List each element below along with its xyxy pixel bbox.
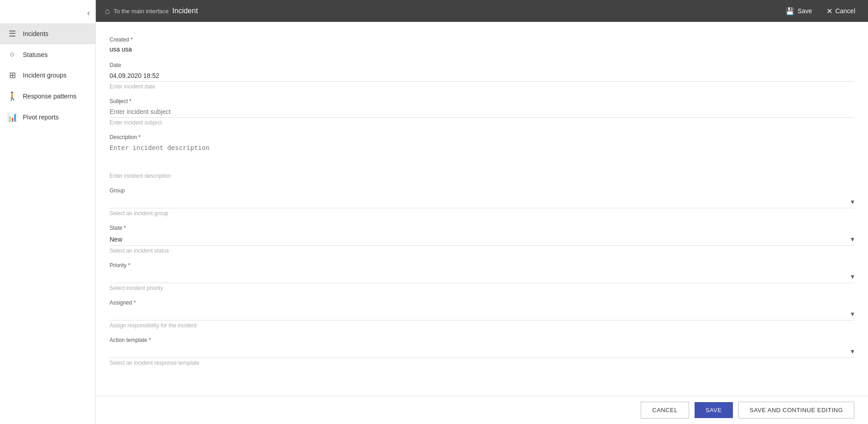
home-icon[interactable]: ⌂ (105, 6, 110, 16)
chevron-down-icon: ▾ (851, 197, 854, 206)
priority-section: Priority * ▾ Select incident priority (110, 257, 854, 294)
statuses-icon: ○ (7, 50, 17, 59)
page-title: Incident (173, 7, 198, 15)
save-label: Save (797, 7, 812, 15)
sidebar-item-statuses[interactable]: ○ Statuses (0, 44, 95, 65)
action-template-select[interactable] (110, 348, 851, 355)
subject-section: Subject * Enter incident subject (110, 93, 854, 129)
topbar-nav: ⌂ To the main interface Incident (105, 6, 782, 16)
chevron-down-icon: ▾ (851, 235, 854, 243)
priority-select[interactable] (110, 273, 851, 280)
assigned-hint: Assign responsibility for the incident (110, 321, 854, 330)
date-label: Date (110, 62, 854, 68)
group-select[interactable] (110, 198, 851, 206)
chevron-down-icon: ▾ (851, 310, 854, 318)
sidebar-item-label: Incidents (23, 30, 48, 37)
save-button[interactable]: 💾 Save (782, 5, 816, 17)
sidebar-item-label: Incident groups (23, 72, 67, 79)
assigned-section: Assigned * ▾ Assign responsibility for t… (110, 294, 854, 331)
topbar-actions: 💾 Save ✕ Cancel (782, 5, 859, 17)
sidebar-item-label: Statuses (23, 51, 47, 58)
collapse-icon: ‹ (87, 8, 90, 18)
subject-hint: Enter incident subject (110, 118, 854, 127)
action-template-select-wrapper: ▾ (110, 345, 854, 358)
cancel-button[interactable]: CANCEL (641, 402, 689, 419)
state-select-wrapper: New ▾ (110, 233, 854, 246)
priority-select-wrapper: ▾ (110, 270, 854, 283)
group-hint: Select an incident group (110, 208, 854, 217)
group-label: Group (110, 187, 854, 194)
subject-label: Subject * (110, 98, 854, 104)
incidents-icon: ☰ (7, 29, 17, 39)
sidebar-item-label: Pivot reports (23, 114, 59, 121)
priority-hint: Select incident priority (110, 283, 854, 292)
action-template-section: Action template * ▾ Select an incident r… (110, 331, 854, 369)
date-section: Date Enter incident date (110, 57, 854, 93)
state-select[interactable]: New (110, 236, 851, 243)
sidebar-item-incidents[interactable]: ☰ Incidents (0, 23, 95, 44)
priority-label: Priority * (110, 262, 854, 269)
date-input[interactable] (110, 70, 854, 82)
created-label: Created * (110, 36, 854, 43)
action-template-hint: Select an incident response template (110, 358, 854, 367)
assigned-select[interactable] (110, 310, 851, 318)
description-label: Description * (110, 134, 854, 140)
subject-input[interactable] (110, 106, 854, 118)
save-continue-button[interactable]: SAVE AND CONTINUE EDITING (738, 402, 854, 419)
created-value: usa usa (110, 45, 854, 55)
reports-icon: 📊 (7, 112, 17, 122)
close-icon: ✕ (826, 7, 832, 16)
state-section: State * New ▾ Select an incident status (110, 219, 854, 257)
save-button[interactable]: SAVE (695, 402, 733, 418)
created-section: Created * usa usa (110, 31, 854, 57)
group-section: Group ▾ Select an incident group (110, 182, 854, 219)
cancel-label: Cancel (835, 7, 855, 15)
sidebar-item-label: Response patterns (23, 93, 77, 100)
group-select-wrapper: ▾ (110, 196, 854, 208)
footer: CANCEL SAVE SAVE AND CONTINUE EDITING (96, 396, 868, 424)
topbar: ⌂ To the main interface Incident 💾 Save … (96, 0, 868, 22)
sidebar-item-incident-groups[interactable]: ⊞ Incident groups (0, 65, 95, 86)
state-label: State * (110, 225, 854, 231)
sidebar-item-pivot-reports[interactable]: 📊 Pivot reports (0, 107, 95, 128)
form-area: Created * usa usa Date Enter incident da… (96, 22, 868, 396)
sidebar-item-response-patterns[interactable]: 🚶 Response patterns (0, 86, 95, 107)
breadcrumb-link[interactable]: To the main interface (114, 8, 169, 15)
description-hint: Enter incident description (110, 171, 854, 180)
main-content: ⌂ To the main interface Incident 💾 Save … (96, 0, 868, 424)
chevron-down-icon: ▾ (851, 347, 854, 356)
assigned-label: Assigned * (110, 300, 854, 306)
state-hint: Select an incident status (110, 246, 854, 255)
chevron-down-icon: ▾ (851, 272, 854, 281)
response-icon: 🚶 (7, 91, 17, 101)
cancel-button[interactable]: ✕ Cancel (823, 5, 859, 17)
sidebar: ‹ ☰ Incidents ○ Statuses ⊞ Incident grou… (0, 0, 96, 424)
groups-icon: ⊞ (7, 70, 17, 80)
assigned-select-wrapper: ▾ (110, 308, 854, 321)
date-hint: Enter incident date (110, 82, 854, 91)
description-input[interactable] (110, 142, 854, 170)
collapse-button[interactable]: ‹ (0, 5, 95, 23)
description-section: Description * Enter incident description (110, 129, 854, 182)
save-icon: 💾 (785, 7, 795, 16)
action-template-label: Action template * (110, 337, 854, 343)
